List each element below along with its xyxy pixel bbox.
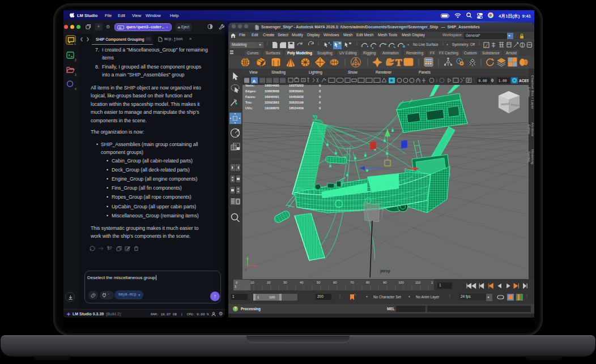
svg-text:30: 30 [283, 281, 287, 284]
svg-text:0.00: 0.00 [479, 79, 487, 83]
svg-text:persp: persp [380, 269, 390, 273]
svg-text:ACES: ACES [519, 79, 529, 83]
svg-text:0: 0 [236, 281, 237, 284]
svg-text:1.00: 1.00 [499, 79, 507, 83]
svg-text:1: 1 [431, 281, 433, 284]
svg-text:90: 90 [383, 281, 386, 284]
svg-text:50: 50 [317, 281, 320, 284]
svg-text:40: 40 [300, 281, 303, 284]
svg-text:20: 20 [267, 281, 270, 284]
svg-text:A: A [253, 79, 256, 84]
svg-text:T: T [395, 57, 402, 68]
svg-text:80: 80 [366, 281, 369, 284]
svg-text:10: 10 [250, 281, 254, 284]
svg-text:100: 100 [398, 281, 404, 284]
svg-text:SVG: SVG [406, 61, 413, 64]
svg-text:70: 70 [350, 281, 354, 284]
svg-text:110: 110 [415, 281, 420, 284]
svg-text:60: 60 [333, 281, 337, 284]
